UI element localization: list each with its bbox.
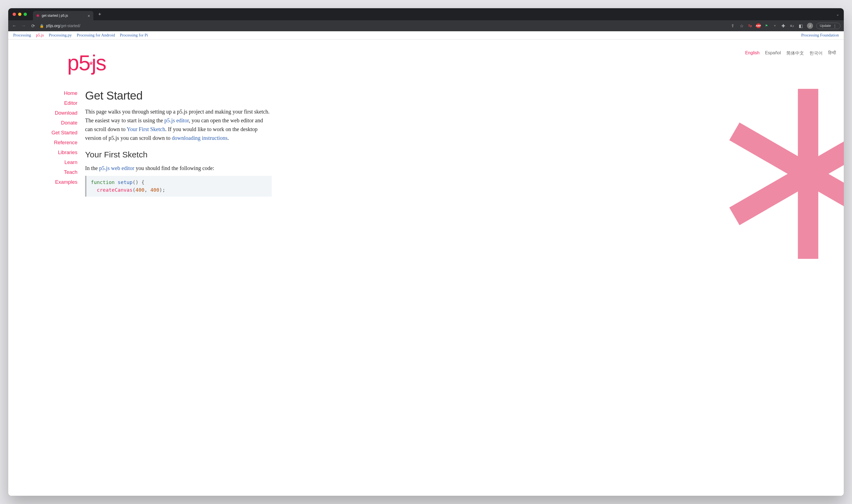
extension-abp-icon[interactable]: ABP (756, 23, 761, 28)
p5js-logo[interactable]: p5*js (67, 51, 844, 75)
extension-pin-icon[interactable]: ⚑ (764, 23, 769, 28)
browser-tab[interactable]: ✱ get started | p5.js × (33, 11, 93, 20)
intro-paragraph: This page walks you through setting up a… (85, 107, 272, 142)
url-domain: p5js.org (46, 23, 60, 28)
logo-js: js (92, 51, 106, 75)
sketch-intro-paragraph: In the p5.js web editor you should find … (85, 164, 272, 173)
tab-title: get started | p5.js (42, 14, 68, 18)
extension-tp-icon[interactable]: Tp (748, 23, 753, 28)
window-maximize-button[interactable] (23, 13, 27, 16)
update-button-label: Update (820, 24, 831, 28)
kebab-menu-icon[interactable]: ⋮ (833, 24, 837, 28)
side-nav: Home Editor Download Donate Get Started … (8, 89, 85, 197)
reload-button[interactable]: ⟳ (30, 23, 36, 29)
nav-home[interactable]: Home (8, 90, 77, 96)
tab-close-icon[interactable]: × (88, 14, 90, 18)
nav-donate[interactable]: Donate (8, 120, 77, 126)
window-minimize-button[interactable] (18, 13, 21, 16)
profile-avatar[interactable]: J (807, 23, 813, 29)
nav-reference[interactable]: Reference (8, 140, 77, 146)
family-link-processing[interactable]: Processing (13, 33, 31, 38)
tab-favicon-icon: ✱ (36, 14, 39, 18)
toolbar-right-icons: ⇪ ☆ Tp ABP ⚑ ✦ ✚ ≡♪ ◧ J Update ⋮ (730, 23, 840, 29)
link-p5js-web-editor[interactable]: p5.js web editor (99, 165, 134, 171)
address-bar[interactable]: 🔒 p5js.org/get-started/ (39, 22, 726, 30)
window-close-button[interactable] (13, 13, 16, 16)
nav-editor[interactable]: Editor (8, 100, 77, 106)
family-link-foundation[interactable]: Processing Foundation (801, 33, 839, 38)
title-bar: ✱ get started | p5.js × + ⌄ (8, 8, 844, 20)
link-p5js-editor[interactable]: p5.js editor (164, 118, 189, 123)
share-icon[interactable]: ⇪ (730, 23, 736, 29)
content-wrap: p5*js Home Editor Download Donate Get St… (8, 39, 844, 197)
link-your-first-sketch[interactable]: Your First Sketch (126, 126, 165, 132)
url-path: /get-started/ (60, 23, 81, 28)
nav-download[interactable]: Download (8, 110, 77, 116)
section-your-first-sketch: Your First Sketch (85, 150, 272, 159)
logo-p5: p5 (67, 51, 90, 75)
browser-window: ✱ get started | p5.js × + ⌄ ← → ⟳ 🔒 p5js… (8, 8, 844, 496)
media-control-icon[interactable]: ≡♪ (789, 23, 795, 29)
main-content: Get Started This page walks you through … (85, 89, 272, 197)
link-downloading-instructions[interactable]: downloading instructions (172, 135, 228, 141)
tab-overflow-icon[interactable]: ⌄ (836, 12, 841, 16)
lock-icon: 🔒 (39, 24, 44, 28)
family-link-p5js[interactable]: p5.js (36, 33, 44, 38)
family-link-pi[interactable]: Processing for Pi (120, 33, 148, 38)
nav-libraries[interactable]: Libraries (8, 149, 77, 156)
page-viewport: Processing p5.js Processing.py Processin… (8, 31, 844, 496)
nav-get-started[interactable]: Get Started (8, 130, 77, 136)
extensions-puzzle-icon[interactable]: ✚ (781, 23, 786, 29)
forward-button[interactable]: → (21, 23, 27, 29)
nav-examples[interactable]: Examples (8, 179, 77, 185)
extension-misc-icon[interactable]: ✦ (772, 23, 777, 28)
nav-teach[interactable]: Teach (8, 169, 77, 175)
update-button[interactable]: Update ⋮ (816, 23, 840, 29)
back-button[interactable]: ← (12, 23, 17, 29)
family-link-processingpy[interactable]: Processing.py (49, 33, 72, 38)
family-link-android[interactable]: Processing for Android (77, 33, 115, 38)
new-tab-button[interactable]: + (97, 12, 103, 17)
nav-learn[interactable]: Learn (8, 159, 77, 165)
side-panel-icon[interactable]: ◧ (798, 23, 804, 29)
window-controls (13, 13, 27, 16)
code-block: function setup() { createCanvas(400, 400… (85, 176, 272, 197)
processing-family-bar: Processing p5.js Processing.py Processin… (8, 31, 844, 39)
page-title: Get Started (85, 89, 272, 102)
browser-toolbar: ← → ⟳ 🔒 p5js.org/get-started/ ⇪ ☆ Tp ABP… (8, 20, 844, 31)
bookmark-star-icon[interactable]: ☆ (739, 23, 744, 29)
